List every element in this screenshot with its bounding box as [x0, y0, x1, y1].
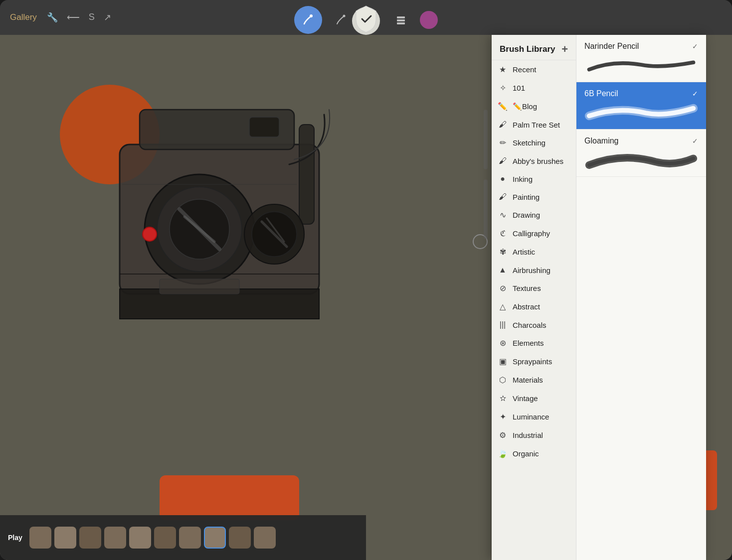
category-item-luminance[interactable]: ✦Luminance	[492, 408, 576, 426]
category-item-spraypaints[interactable]: ▣Spraypaints	[492, 352, 576, 371]
brush-thumb-8-active[interactable]	[204, 527, 226, 549]
category-icon-artistic: ✾	[498, 247, 508, 257]
category-item-elements[interactable]: ⊛Elements	[492, 334, 576, 352]
category-icon-airbrushing: ▲	[498, 266, 508, 275]
category-item-sketching[interactable]: ✏Sketching	[492, 134, 576, 152]
category-icon-abstract: △	[498, 302, 508, 311]
category-icon-vintage: ✫	[498, 394, 508, 403]
brush-library-header: Brush Library +	[492, 35, 576, 60]
category-icon-sketching: ✏	[498, 138, 508, 147]
category-item-recent[interactable]: ★Recent	[492, 60, 576, 79]
svg-rect-6	[397, 19, 405, 21]
6b-check: ✓	[692, 90, 698, 98]
brush-categories-panel: Brush Library + ★Recent✧101✏️✏️Blog🖌Palm…	[492, 35, 576, 560]
category-item-organic[interactable]: 🍃Organic	[492, 444, 576, 463]
category-item-airbrushing[interactable]: ▲Airbrushing	[492, 261, 576, 279]
category-icon-calligraphy: ℭ	[498, 229, 508, 238]
category-item-painting[interactable]: 🖌Painting	[492, 188, 576, 206]
category-item-blog[interactable]: ✏️✏️Blog	[492, 97, 576, 116]
app-container: Gallery 🔧 ⟵ S ↗	[0, 0, 732, 560]
category-icon-spraypaints: ▣	[498, 357, 508, 366]
category-label-recent: Recent	[513, 65, 537, 74]
category-icon-abbys-brushes: 🖌	[498, 156, 508, 165]
brush-gloaming-item[interactable]: Gloaming ✓	[576, 130, 706, 177]
category-icon-materials: ⬡	[498, 375, 508, 385]
category-item-calligraphy[interactable]: ℭCalligraphy	[492, 224, 576, 243]
narinder-check: ✓	[692, 42, 698, 50]
category-icon-organic: 🍃	[498, 449, 508, 458]
brush-thumb-10[interactable]	[254, 527, 276, 549]
category-label-drawing: Drawing	[513, 211, 540, 219]
category-label-blog: ✏️Blog	[513, 102, 537, 111]
category-label-organic: Organic	[513, 449, 539, 458]
category-label-abstract: Abstract	[513, 302, 540, 311]
category-label-elements: Elements	[513, 339, 544, 347]
camera-drawing	[80, 65, 369, 423]
gloaming-preview	[584, 149, 698, 169]
category-icon-101: ✧	[498, 83, 508, 93]
brush-library-panel: Brush Library + ★Recent✧101✏️✏️Blog🖌Palm…	[492, 35, 706, 560]
brush-thumb-4[interactable]	[104, 527, 126, 549]
brush-thumb-9[interactable]	[229, 527, 251, 549]
category-label-vintage: Vintage	[513, 394, 538, 403]
wrench-icon[interactable]: 🔧	[47, 12, 58, 23]
category-label-painting: Painting	[513, 193, 540, 201]
selection-icon[interactable]: S	[89, 12, 95, 23]
category-item-drawing[interactable]: ∿Drawing	[492, 206, 576, 224]
play-label: Play	[8, 534, 22, 542]
category-label-101: 101	[513, 84, 525, 92]
category-item-artistic[interactable]: ✾Artistic	[492, 243, 576, 261]
brush-tool-active[interactable]	[294, 6, 322, 34]
layers-tool[interactable]	[390, 9, 412, 31]
narinder-preview	[584, 55, 698, 75]
brush-thumb-1[interactable]	[29, 527, 51, 549]
svg-point-2	[343, 15, 346, 17]
category-item-materials[interactable]: ⬡Materials	[492, 371, 576, 389]
category-item-charcoals[interactable]: |||Charcoals	[492, 316, 576, 334]
category-item-palm-tree-set[interactable]: 🖌Palm Tree Set	[492, 116, 576, 134]
category-label-industrial: Industrial	[513, 431, 543, 439]
add-brush-button[interactable]: +	[561, 43, 568, 56]
category-label-materials: Materials	[513, 376, 543, 384]
adjust-icon[interactable]: ⟵	[67, 12, 80, 23]
brush-size-slider[interactable]	[484, 110, 488, 169]
svg-point-1	[310, 14, 313, 17]
category-icon-luminance: ✦	[498, 412, 508, 421]
6b-pencil-label: 6B Pencil	[584, 89, 618, 98]
brush-list-panel: Narinder Pencil ✓ 6B Pencil ✓	[576, 35, 706, 560]
category-icon-palm-tree-set: 🖌	[498, 120, 508, 129]
category-item-inking[interactable]: ●Inking	[492, 170, 576, 188]
category-label-charcoals: Charcoals	[513, 321, 547, 329]
category-item-101[interactable]: ✧101	[492, 79, 576, 97]
category-icon-painting: 🖌	[498, 192, 508, 201]
category-label-artistic: Artistic	[513, 248, 535, 256]
6b-preview	[584, 102, 698, 122]
brush-narinder-item[interactable]: Narinder Pencil ✓	[576, 35, 706, 82]
category-label-luminance: Luminance	[513, 413, 549, 421]
color-picker[interactable]	[420, 11, 438, 29]
category-item-abbys-brushes[interactable]: 🖌Abby's brushes	[492, 152, 576, 170]
gallery-button[interactable]: Gallery	[10, 12, 37, 22]
category-icon-inking: ●	[498, 174, 508, 183]
category-icon-blog: ✏️	[498, 102, 508, 111]
svg-rect-7	[397, 22, 405, 24]
category-item-industrial[interactable]: ⚙Industrial	[492, 426, 576, 444]
category-item-textures[interactable]: ⊘Textures	[492, 279, 576, 297]
category-item-vintage[interactable]: ✫Vintage	[492, 389, 576, 408]
brush-thumb-5[interactable]	[129, 527, 151, 549]
brush-6b-pencil-item[interactable]: 6B Pencil ✓	[576, 82, 706, 130]
category-icon-textures: ⊘	[498, 283, 508, 293]
category-icon-industrial: ⚙	[498, 430, 508, 440]
sliders-right	[484, 110, 488, 239]
brush-thumb-3[interactable]	[79, 527, 101, 549]
category-item-abstract[interactable]: △Abstract	[492, 297, 576, 316]
brush-thumb-2[interactable]	[54, 527, 76, 549]
brush-thumb-7[interactable]	[179, 527, 201, 549]
gloaming-check: ✓	[692, 137, 698, 145]
transform-icon[interactable]: ↗	[104, 12, 111, 23]
category-icon-drawing: ∿	[498, 210, 508, 220]
category-label-textures: Textures	[513, 284, 541, 292]
category-icon-recent: ★	[498, 65, 508, 74]
brush-thumb-6[interactable]	[154, 527, 176, 549]
opacity-slider[interactable]	[484, 179, 488, 239]
